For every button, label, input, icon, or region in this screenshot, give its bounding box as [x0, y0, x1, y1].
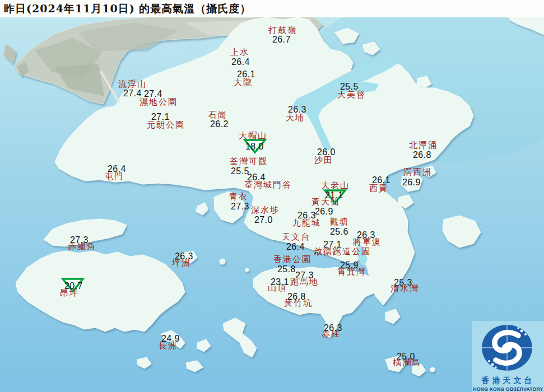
station-label: 深水埗: [251, 206, 280, 215]
station-label: 北潭涌: [409, 141, 438, 150]
station-value: 25.0: [397, 352, 415, 361]
station-label: 啟德跑道公園: [314, 248, 371, 256]
station-label: 大帽山: [239, 132, 267, 141]
station-value: 27.4: [144, 90, 162, 99]
station-value: 26.3: [324, 324, 342, 333]
station-value: 26.8: [287, 292, 306, 301]
station-label: 大隴: [234, 78, 253, 87]
station-value: 27.1: [151, 113, 170, 122]
station-label: 荃灣可觀: [230, 157, 268, 166]
station-label: 屯門: [105, 172, 124, 181]
weather-map-screen: 昨日(2024年11月10日) 的最高氣溫（攝氏度） 26.7打鼓嶺26.4上水…: [0, 0, 544, 392]
station-value: 26.1: [237, 70, 255, 79]
station-value: 27.1: [323, 240, 342, 249]
station-value: 21.1: [325, 191, 343, 200]
station-label: 滘西洲: [403, 168, 432, 177]
station-value: 26.2: [210, 120, 229, 129]
station-label: 石崗: [208, 111, 227, 120]
station-label: 大老山: [321, 181, 350, 190]
station-label: 天文台: [282, 233, 310, 242]
station-label: 大美督: [337, 91, 366, 100]
station-label: 大埔: [286, 114, 305, 123]
station-value: 26.7: [272, 35, 291, 44]
station-value: 26.3: [175, 252, 193, 261]
station-labels-layer: 26.7打鼓嶺26.4上水26.1大隴27.4流浮山27.4濕地公園27.1元朗…: [0, 0, 544, 392]
station-value: 26.3: [297, 211, 316, 220]
station-value: 27.3: [231, 202, 249, 211]
map-title: 昨日(2024年11月10日) 的最高氣溫（攝氏度）: [0, 2, 251, 16]
station-label: 香港公園: [273, 255, 311, 264]
station-value: 26.4: [108, 165, 126, 174]
station-label: 濕地公園: [140, 98, 178, 107]
station-label: 打鼓嶺: [268, 26, 297, 35]
station-label: 上水: [230, 48, 249, 57]
station-value: 26.1: [372, 176, 390, 185]
hko-logo-name-en: HONG KONG OBSERVATORY: [472, 386, 544, 392]
station-label: 青衣: [229, 193, 248, 202]
station-value: 26.9: [402, 178, 421, 187]
hko-logo-name-zh: 香港天文台: [472, 376, 544, 386]
station-value: 18.0: [245, 142, 264, 151]
station-label: 沙田: [314, 156, 333, 165]
station-value: 24.9: [161, 334, 180, 343]
station-value: 26.3: [357, 231, 375, 240]
station-value: 26.4: [231, 58, 250, 67]
station-label: 觀塘: [330, 218, 349, 227]
station-value: 26.8: [413, 151, 431, 160]
station-label: 元朗公園: [147, 121, 185, 130]
station-value: 25.6: [330, 227, 348, 236]
station-value: 20.7: [64, 282, 83, 291]
title-bar: 昨日(2024年11月10日) 的最高氣溫（攝氏度）: [0, 0, 544, 17]
station-value: 27.3: [295, 271, 314, 280]
station-value: 25.9: [340, 261, 359, 270]
station-value: 27.0: [254, 216, 273, 225]
hko-logo: 香港天文台 HONG KONG OBSERVATORY: [472, 321, 544, 392]
station-value: 26.3: [288, 105, 306, 114]
station-value: 27.3: [70, 236, 89, 245]
station-value: 27.4: [123, 89, 142, 98]
station-value: 26.4: [247, 173, 266, 182]
station-value: 25.3: [394, 278, 412, 287]
station-value: 23.1: [271, 278, 289, 287]
station-label: 流浮山: [118, 80, 147, 89]
station-value: 25.8: [277, 265, 296, 274]
station-label: 荃灣城門谷: [244, 181, 292, 190]
station-value: 25.5: [231, 167, 249, 176]
station-value: 26.9: [315, 207, 333, 216]
station-value: 26.4: [286, 242, 305, 251]
station-label: 九龍城: [292, 219, 321, 228]
hko-logo-mark: [475, 321, 542, 375]
station-value: 25.5: [340, 82, 359, 91]
station-label: 西貢: [369, 184, 388, 193]
station-value: 26.0: [317, 148, 336, 157]
